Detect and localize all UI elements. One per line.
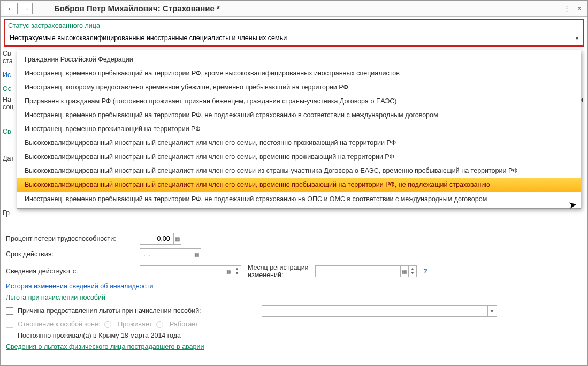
period-input[interactable] [140,250,193,258]
dd-option[interactable]: Приравнен к гражданам РФ (постоянно прож… [17,94,581,108]
nav-back-button[interactable]: ← [4,3,18,14]
dd-option[interactable]: Иностранец, которому предоставлено време… [17,80,581,94]
from-label: Сведения действуют с: [6,268,135,275]
kebab-icon[interactable]: ⋮ [562,4,571,13]
status-input[interactable] [6,32,572,44]
crimea-checkbox[interactable] [6,332,13,339]
dd-option[interactable]: Гражданин Российской Федерации [17,52,581,66]
dd-option[interactable]: Высококвалифицированный иностранный спец… [17,136,581,150]
bg-text: На [3,96,11,103]
window-title: Бобров Петр Михайлович: Страхование * [54,4,220,13]
reason-checkbox[interactable] [6,307,13,315]
calculator-icon[interactable]: ▦ [173,233,181,244]
percent-label: Процент потери трудоспособности: [6,235,135,242]
bg-text: Ос [3,85,11,93]
status-dropdown-arrow[interactable]: ▾ [572,32,582,44]
bg-text: соц [3,103,14,111]
from-input[interactable] [140,268,225,275]
dd-option[interactable]: Иностранец, временно проживающий на терр… [17,122,581,136]
reason-select[interactable] [262,307,487,315]
status-block: Статус застрахованного лица ▾ [4,19,584,47]
percent-input[interactable] [140,235,173,242]
zone-radio-live[interactable] [104,321,111,328]
dd-option[interactable]: Высококвалифицированный иностранный спец… [17,150,581,164]
bg-text: Дат [3,155,14,162]
dd-option[interactable]: Высококвалифицированный иностранный спец… [17,164,581,178]
month-input[interactable] [316,268,400,275]
history-link[interactable]: История изменения сведений об инвалиднос… [6,283,154,290]
spinner-icon[interactable]: ▲▼ [408,266,416,277]
zone-opt1: Проживает [118,321,152,328]
crimea-label: Постоянно проживал(а) в Крыму 18 марта 2… [18,332,181,339]
bg-text: Св [3,128,11,135]
dd-option[interactable]: Иностранец, временно пребывающий на терр… [17,108,581,122]
dd-option[interactable]: Иностранец, временно пребывающий на терр… [17,192,581,206]
zone-radio-work[interactable] [156,321,163,328]
spinner-icon[interactable]: ▲▼ [233,266,241,277]
bg-text: Гр [3,209,10,217]
bg-checkbox[interactable] [3,139,10,146]
close-icon[interactable]: × [575,4,584,13]
calendar-icon[interactable]: ▦ [225,266,233,277]
zone-opt2: Работает [170,321,198,328]
dd-option-highlight[interactable]: Высококвалифицированный иностранный спец… [17,178,581,192]
reason-label: Причина предоставления льготы при начисл… [18,307,257,315]
zone-label: Отношение к особой зоне: [18,321,100,328]
bg-text: Св [3,50,11,57]
benefit-header: Льгота при начислении пособий [6,294,105,301]
period-label: Срок действия: [6,250,135,258]
month-label: Месяц регистрации изменений: [248,264,311,279]
status-input-wrap: ▾ [6,32,582,44]
calendar-icon[interactable]: ▦ [193,249,201,260]
nav-forward-button[interactable]: → [19,3,33,14]
zone-checkbox[interactable] [6,321,13,328]
status-label: Статус застрахованного лица [6,21,582,30]
accident-link[interactable]: Сведения о льготах физического лица пост… [6,343,204,350]
calendar-icon[interactable]: ▦ [400,266,408,277]
status-dropdown-list: Гражданин Российской Федерации Иностране… [17,50,581,209]
bg-link[interactable]: Ис [3,71,11,79]
dd-option[interactable]: Иностранец, временно пребывающий на терр… [17,66,581,80]
chevron-down-icon[interactable]: ▾ [487,306,497,316]
bg-text: ста [3,57,13,65]
help-icon[interactable]: ? [423,268,427,275]
